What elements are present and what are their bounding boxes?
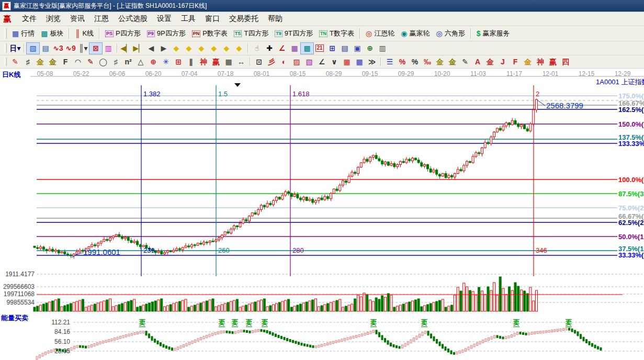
pan-hand[interactable]: ☝ — [251, 43, 263, 54]
wave-3[interactable]: ∿3 — [52, 43, 64, 54]
gold-angle[interactable]: 金 — [522, 57, 534, 68]
9p-square-button[interactable]: P99P四方形 — [144, 28, 189, 39]
memo-notes[interactable]: ▤ — [338, 43, 351, 54]
mirror-tool[interactable]: △ — [134, 57, 147, 68]
ink-pen[interactable]: ✎ — [459, 57, 471, 68]
menu-item-gann[interactable]: 江恩 — [89, 13, 114, 25]
winner-wheel-button[interactable]: ◉赢家轮 — [398, 28, 433, 39]
box-select[interactable]: ⊡ — [253, 57, 265, 68]
crosshair[interactable]: ✚ — [263, 43, 276, 54]
chart-canvas[interactable] — [0, 69, 644, 360]
zigzag-tool[interactable]: ∨ — [328, 57, 341, 68]
period-selector[interactable]: 日▾ — [9, 43, 21, 54]
expand-horizontal[interactable]: ◆ — [195, 43, 208, 54]
p-number-table-button[interactable]: PNP数字表 — [189, 28, 231, 39]
price-grid[interactable]: ▦ — [341, 57, 353, 68]
almanac-calendar[interactable]: 21 — [313, 43, 326, 54]
gann-wheel-button[interactable]: ◎江恩轮 — [363, 28, 398, 39]
fibonacci-lines[interactable]: F — [59, 57, 72, 68]
web-export[interactable]: ⊕ — [364, 43, 376, 54]
wave-tool[interactable]: ▩ — [301, 43, 313, 54]
n-square-tool[interactable]: n² — [122, 57, 134, 68]
arc-tool[interactable]: ◠ — [72, 57, 84, 68]
shen-angle[interactable]: 神 — [534, 57, 547, 68]
menu-item-trade-entrust[interactable]: 交易委托 — [224, 13, 263, 25]
theme-pattern[interactable]: ⊠ — [89, 43, 102, 54]
calculator[interactable]: ⊞ — [326, 43, 338, 54]
menu-item-file[interactable]: 文件 — [17, 13, 41, 25]
compress-vertical[interactable]: ◆ — [220, 43, 233, 54]
fan-grid[interactable]: ▨ — [290, 57, 303, 68]
menu-item-formula-stock-pick[interactable]: 公式选股 — [114, 13, 152, 25]
data-panel[interactable]: ☰ — [383, 57, 396, 68]
angle-measure[interactable]: ∠ — [276, 43, 288, 54]
gold-section-lines[interactable]: 金 — [34, 57, 47, 68]
star-rays[interactable]: ✳ — [160, 57, 172, 68]
percent-alert[interactable]: % — [396, 57, 409, 68]
marker-pen[interactable]: ✎ — [84, 57, 97, 68]
candle-style-selector[interactable]: ║▾ — [77, 43, 89, 54]
squeeze-left[interactable]: ◆ — [170, 43, 183, 54]
toolbar-grip[interactable] — [4, 43, 7, 53]
time-grid[interactable]: ▦ — [353, 57, 366, 68]
price-lines[interactable]: ♯ — [109, 57, 122, 68]
9t-square-button[interactable]: T99T四方形 — [272, 28, 316, 39]
pie-fan[interactable]: ◐ — [278, 57, 290, 68]
menu-item-window[interactable]: 窗口 — [200, 13, 224, 25]
parallel-lines[interactable]: ∥ — [185, 57, 197, 68]
trend-lines[interactable]: ≫ — [366, 57, 378, 68]
gann-compass[interactable]: ⊕ — [147, 57, 160, 68]
squeeze-right[interactable]: ◆ — [183, 43, 195, 54]
menu-item-help[interactable]: 帮助 — [263, 13, 287, 25]
gann-box-tool[interactable]: ▦ — [288, 43, 301, 54]
ying-angle[interactable]: 赢 — [547, 57, 559, 68]
menu-item-settings[interactable]: 设置 — [152, 13, 176, 25]
kline-button[interactable]: ║K线 — [72, 28, 97, 39]
gold-circle[interactable]: 金 — [434, 57, 446, 68]
menu-item-tools[interactable]: 工具 — [176, 13, 200, 25]
wave-9[interactable]: ∿9 — [64, 43, 77, 54]
gold-red-tool[interactable]: 金 — [484, 57, 496, 68]
j-angle[interactable]: J — [496, 57, 509, 68]
gold-bands[interactable]: 金 — [446, 57, 459, 68]
save-layout[interactable]: ▣ — [351, 43, 364, 54]
toolbar-grip[interactable] — [4, 58, 7, 66]
percent-tool[interactable]: % — [409, 57, 421, 68]
gold-channel-lines[interactable]: 金 — [47, 57, 59, 68]
compress-horizontal[interactable]: ◆ — [208, 43, 220, 54]
percent-lines[interactable]: ‰ — [421, 57, 434, 68]
expand-vertical[interactable]: ◆ — [233, 43, 245, 54]
fan-lines[interactable]: 彡 — [265, 57, 278, 68]
a-wave-tool[interactable]: A — [471, 57, 484, 68]
p-square-button[interactable]: PSP四方形 — [102, 28, 144, 39]
ying-grid[interactable]: 赢 — [210, 57, 222, 68]
quotes-button[interactable]: ▦行情 — [9, 28, 38, 39]
prev-page[interactable]: ◀ — [145, 43, 157, 54]
grid-fan-2[interactable]: ▧ — [303, 57, 315, 68]
toolbar-grip[interactable] — [4, 28, 7, 39]
sectors-button[interactable]: ▩板块 — [38, 28, 66, 39]
last-page[interactable]: ▶▏ — [132, 43, 145, 54]
next-page[interactable]: ▶ — [157, 43, 170, 54]
t-square-button[interactable]: TST四方形 — [231, 28, 272, 39]
width-arrows[interactable]: ↔ — [235, 57, 247, 68]
winner-service-button[interactable]: $赢家服务 — [473, 28, 513, 39]
info-view[interactable]: ▤ — [39, 43, 52, 54]
numbered-grid[interactable]: ▦ — [222, 57, 235, 68]
t-number-table-button[interactable]: TNT数字表 — [316, 28, 357, 39]
si-angle[interactable]: 四 — [559, 57, 572, 68]
time-cycle-circle[interactable]: ◯ — [97, 57, 109, 68]
print[interactable]: ▥ — [376, 43, 389, 54]
grid-box[interactable]: ⊞ — [172, 57, 185, 68]
volume-colors[interactable]: ▥ — [102, 43, 115, 54]
hexagon-button[interactable]: ◎六角形 — [433, 28, 468, 39]
main-chart-view[interactable]: ▧ — [27, 43, 39, 54]
f-angle[interactable]: F — [509, 57, 522, 68]
first-page[interactable]: ◀▏ — [120, 43, 132, 54]
gann-lines[interactable]: ♯ — [21, 57, 34, 68]
draw-pen[interactable]: ✎ — [9, 57, 21, 68]
menu-item-browse[interactable]: 浏览 — [41, 13, 65, 25]
shen-grid[interactable]: 神 — [197, 57, 210, 68]
angle-tool[interactable]: ∠ — [315, 57, 328, 68]
menu-item-news[interactable]: 资讯 — [65, 13, 89, 25]
